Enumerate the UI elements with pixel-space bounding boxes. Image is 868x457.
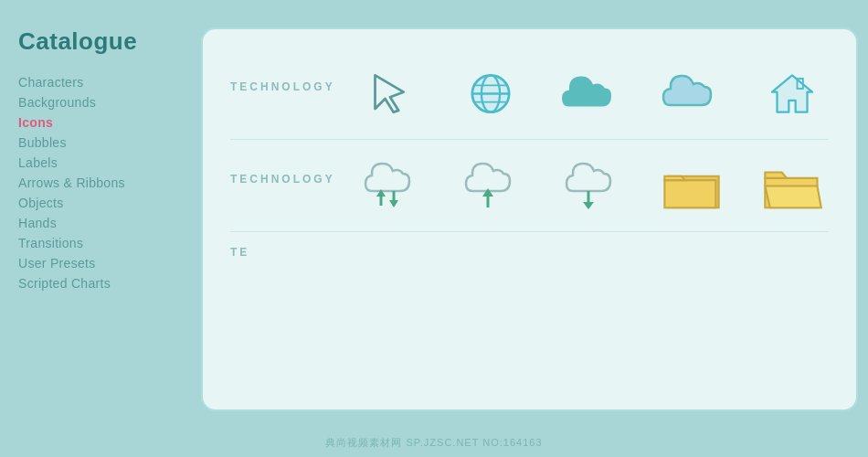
sidebar-item-scripted-charts[interactable]: Scripted Charts <box>18 273 183 293</box>
sidebar: Catalogue Characters Backgrounds Icons B… <box>18 27 183 293</box>
cursor-icon-wrapper[interactable] <box>354 61 427 125</box>
watermark: 典尚视频素材网 SP.JZSC.NET NO:164163 <box>0 436 868 450</box>
cloud-download-icon-wrapper[interactable] <box>555 154 628 218</box>
sidebar-item-backgrounds[interactable]: Backgrounds <box>18 92 183 112</box>
section-label-2: Technology <box>230 173 335 186</box>
cloud-upload-icon-wrapper[interactable] <box>454 154 527 218</box>
row-3: Te <box>230 246 829 272</box>
cloud-sync-updown-icon-wrapper[interactable] <box>354 154 427 218</box>
folder-closed-icon <box>660 158 724 213</box>
cloud-outline-icon-wrapper[interactable] <box>655 61 728 125</box>
icon-section-3: Te <box>230 231 829 286</box>
sidebar-item-icons[interactable]: Icons <box>18 112 183 133</box>
sidebar-item-objects[interactable]: Objects <box>18 193 183 213</box>
sidebar-item-characters[interactable]: Characters <box>18 72 183 92</box>
cursor-icon <box>363 69 418 119</box>
cloud-download-icon <box>561 156 620 216</box>
svg-marker-15 <box>482 188 493 197</box>
house-icon-wrapper[interactable] <box>756 61 829 125</box>
row-2: Technology <box>230 154 829 218</box>
main-container: Catalogue Characters Backgrounds Icons B… <box>0 0 868 457</box>
section-label-3: Te <box>230 246 312 259</box>
row-1: Technology <box>230 61 829 125</box>
sidebar-item-user-presets[interactable]: User Presets <box>18 253 183 273</box>
svg-point-6 <box>472 75 509 112</box>
globe-icon-wrapper[interactable] <box>454 61 527 125</box>
folder-closed-icon-wrapper[interactable] <box>655 154 728 218</box>
cloud-teal-icon-wrapper[interactable] <box>555 61 628 125</box>
svg-marker-17 <box>583 202 594 209</box>
section-label-1: Technology <box>230 80 335 93</box>
svg-marker-8 <box>772 75 812 112</box>
icons-row-2 <box>354 154 829 218</box>
sidebar-item-transitions[interactable]: Transitions <box>18 233 183 253</box>
svg-marker-0 <box>375 75 403 112</box>
cloud-teal-icon <box>555 66 628 121</box>
svg-marker-13 <box>389 200 398 207</box>
globe-icon <box>463 69 518 119</box>
folder-open-icon <box>760 158 824 213</box>
folder-open-icon-wrapper[interactable] <box>756 154 829 218</box>
icon-section-2: Technology <box>230 139 829 231</box>
icons-row-1 <box>354 61 829 125</box>
icon-section-1: Technology <box>230 48 829 139</box>
sidebar-item-labels[interactable]: Labels <box>18 153 183 173</box>
sidebar-item-arrows-ribbons[interactable]: Arrows & Ribbons <box>18 173 183 193</box>
sidebar-item-bubbles[interactable]: Bubbles <box>18 133 183 153</box>
cloud-sync-updown-icon <box>360 156 419 216</box>
house-icon <box>765 69 820 119</box>
sidebar-title: Catalogue <box>18 27 183 56</box>
cloud-outline-icon <box>657 69 725 119</box>
cloud-upload-icon <box>460 156 520 216</box>
content-panel: Technology <box>201 27 858 411</box>
sidebar-item-hands[interactable]: Hands <box>18 213 183 233</box>
